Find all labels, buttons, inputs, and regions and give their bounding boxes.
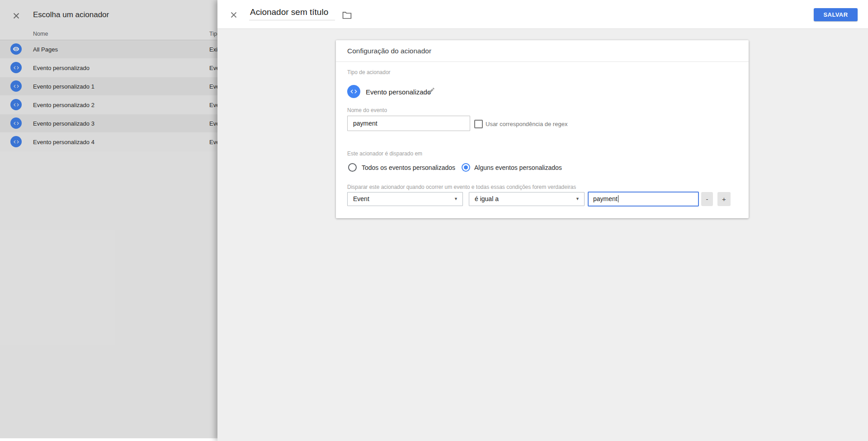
radio-dot bbox=[464, 165, 468, 169]
column-name: Nome bbox=[33, 31, 48, 37]
folder-icon[interactable] bbox=[342, 11, 352, 19]
code-icon bbox=[10, 136, 22, 147]
chevron-down-icon: ▼ bbox=[576, 192, 580, 206]
condition-variable-select[interactable]: Event ▼ bbox=[347, 192, 463, 206]
fires-on-label: Este acionador é disparado em bbox=[347, 150, 422, 157]
close-icon[interactable] bbox=[229, 10, 239, 20]
code-icon bbox=[10, 80, 22, 92]
dialog-header: Acionador sem título SALVAR bbox=[217, 0, 868, 29]
list-item[interactable]: Evento personalizado 1 Evento personaliz… bbox=[0, 77, 217, 96]
gtm-trigger-screen: Escolha um acionador Nome Tipo All Pages… bbox=[0, 0, 868, 441]
save-button[interactable]: SALVAR bbox=[814, 8, 858, 21]
condition-operator-select[interactable]: é igual a ▼ bbox=[469, 192, 585, 206]
code-icon bbox=[10, 62, 22, 73]
trigger-title-field[interactable]: Acionador sem título bbox=[249, 7, 335, 20]
chevron-down-icon: ▼ bbox=[454, 192, 458, 206]
card-title: Configuração do acionador bbox=[347, 47, 431, 55]
list-item[interactable]: Evento personalizado 4 Evento personaliz… bbox=[0, 133, 217, 151]
divider bbox=[336, 61, 749, 62]
trigger-type-label: Tipo de acionador bbox=[347, 69, 391, 75]
trigger-editor-panel: Acionador sem título SALVAR Configuração… bbox=[217, 0, 868, 441]
conditions-label: Disparar este acionador quando ocorrer u… bbox=[347, 184, 576, 190]
bottom-strip bbox=[0, 438, 217, 441]
event-name-input[interactable] bbox=[347, 116, 470, 131]
radio-some-events-label: Alguns eventos personalizados bbox=[474, 164, 562, 171]
code-icon bbox=[10, 117, 22, 129]
picker-title: Escolha um acionador bbox=[33, 10, 109, 19]
eye-icon bbox=[10, 43, 22, 55]
list-header: Nome Tipo bbox=[0, 29, 217, 40]
code-icon bbox=[10, 99, 22, 110]
add-condition-button[interactable]: + bbox=[717, 192, 731, 206]
edit-icon[interactable] bbox=[428, 87, 435, 94]
list-item[interactable]: Evento personalizado 2 Evento personaliz… bbox=[0, 96, 217, 114]
close-icon[interactable] bbox=[11, 11, 21, 21]
text-caret bbox=[618, 195, 618, 202]
trigger-list: All Pages Exibição de página Evento pers… bbox=[0, 40, 217, 151]
list-item[interactable]: All Pages Exibição de página bbox=[0, 40, 217, 59]
list-item[interactable]: Evento personalizado Evento personalizad… bbox=[0, 59, 217, 77]
regex-checkbox[interactable] bbox=[474, 120, 483, 128]
code-icon[interactable] bbox=[347, 85, 360, 98]
remove-condition-button[interactable]: - bbox=[701, 192, 713, 206]
regex-checkbox-label: Usar correspondência de regex bbox=[486, 121, 567, 127]
event-name-label: Nome do evento bbox=[347, 107, 387, 113]
trigger-config-card: Configuração do acionador Tipo de aciona… bbox=[336, 40, 749, 218]
radio-all-events-label: Todos os eventos personalizados bbox=[362, 164, 455, 171]
list-item[interactable]: Evento personalizado 3 Evento personaliz… bbox=[0, 114, 217, 133]
radio-some-events[interactable] bbox=[462, 163, 470, 172]
trigger-picker-panel: Escolha um acionador Nome Tipo All Pages… bbox=[0, 0, 217, 441]
condition-value-input[interactable]: payment bbox=[588, 192, 699, 206]
radio-all-events[interactable] bbox=[348, 163, 357, 172]
trigger-type-value: Evento personalizado bbox=[366, 88, 431, 96]
